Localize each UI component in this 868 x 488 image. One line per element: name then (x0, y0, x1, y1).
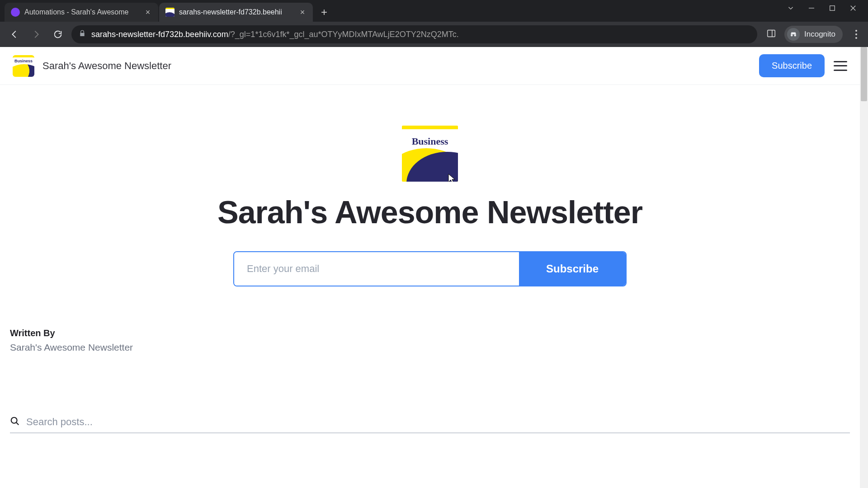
side-panel-icon[interactable] (766, 28, 776, 40)
hero-logo-word: Business (402, 129, 458, 147)
browser-toolbar: sarahs-newsletter-fd732b.beehiiv.com/?_g… (0, 22, 868, 47)
site-name: Sarah's Awesome Newsletter (42, 60, 171, 72)
page-viewport: Business Sarah's Awesome Newsletter Subs… (0, 47, 868, 488)
site-logo-icon[interactable]: Business (13, 55, 34, 77)
incognito-icon (787, 28, 800, 41)
scrollbar-thumb[interactable] (861, 47, 867, 101)
url-text: sarahs-newsletter-fd732b.beehiiv.com/?_g… (91, 30, 739, 39)
incognito-label: Incognito (804, 30, 835, 39)
cursor-icon (448, 174, 455, 182)
written-by-label: Written By (10, 328, 850, 338)
svg-line-10 (16, 422, 19, 425)
minimize-icon[interactable] (807, 4, 816, 14)
svg-rect-7 (768, 30, 775, 37)
logo-word: Business (13, 57, 34, 63)
subscribe-button[interactable]: Subscribe (759, 54, 825, 77)
new-tab-button[interactable]: + (316, 5, 332, 20)
window-controls (776, 0, 868, 18)
forward-button[interactable] (28, 26, 44, 42)
back-button[interactable] (6, 26, 23, 42)
favicon-automations-icon (11, 8, 20, 17)
close-icon[interactable]: × (144, 8, 152, 17)
hero-logo-icon[interactable]: Business (402, 126, 458, 182)
reload-button[interactable] (50, 26, 66, 42)
svg-point-9 (11, 417, 17, 423)
search-posts (10, 416, 850, 433)
site-header: Business Sarah's Awesome Newsletter Subs… (0, 47, 860, 85)
email-input[interactable] (234, 252, 519, 286)
browser-chrome: Automations - Sarah's Awesome × sarahs-n… (0, 0, 868, 47)
search-icon (10, 416, 20, 428)
subscribe-form: Subscribe (233, 251, 627, 286)
lock-icon (79, 30, 86, 39)
tab-search-icon[interactable] (787, 4, 795, 14)
maximize-icon[interactable] (828, 4, 836, 14)
tab-automations[interactable]: Automations - Sarah's Awesome × (5, 3, 158, 22)
svg-rect-1 (830, 6, 835, 11)
address-bar[interactable]: sarahs-newsletter-fd732b.beehiiv.com/?_g… (71, 25, 757, 43)
tab-title: Automations - Sarah's Awesome (24, 8, 139, 16)
page-content: Business Sarah's Awesome Newsletter Subs… (0, 47, 860, 488)
search-input[interactable] (26, 416, 850, 428)
incognito-indicator[interactable]: Incognito (784, 26, 843, 43)
written-by-block: Written By Sarah's Awesome Newsletter (0, 286, 860, 353)
browser-menu-button[interactable] (851, 30, 862, 39)
favicon-newsletter-icon (165, 8, 175, 17)
url-path: /?_gl=1*1c6v1fk*_gcl_au*OTYyMDIxMTAwLjE2… (228, 30, 459, 39)
url-domain: sarahs-newsletter-fd732b.beehiiv.com (91, 30, 228, 39)
hero-section: Business Sarah's Awesome Newsletter Subs… (0, 85, 860, 286)
subscribe-submit-button[interactable]: Subscribe (519, 252, 626, 286)
tab-newsletter[interactable]: sarahs-newsletter-fd732b.beehii × (159, 3, 313, 22)
menu-icon[interactable] (834, 61, 847, 71)
tab-title: sarahs-newsletter-fd732b.beehii (179, 8, 294, 16)
hero-title: Sarah's Awesome Newsletter (217, 196, 642, 230)
toolbar-right: Incognito (763, 26, 862, 43)
written-by-value: Sarah's Awesome Newsletter (10, 342, 850, 353)
scrollbar[interactable] (860, 47, 868, 488)
close-window-icon[interactable] (849, 4, 857, 14)
close-icon[interactable]: × (298, 8, 307, 17)
tab-strip: Automations - Sarah's Awesome × sarahs-n… (0, 0, 868, 22)
